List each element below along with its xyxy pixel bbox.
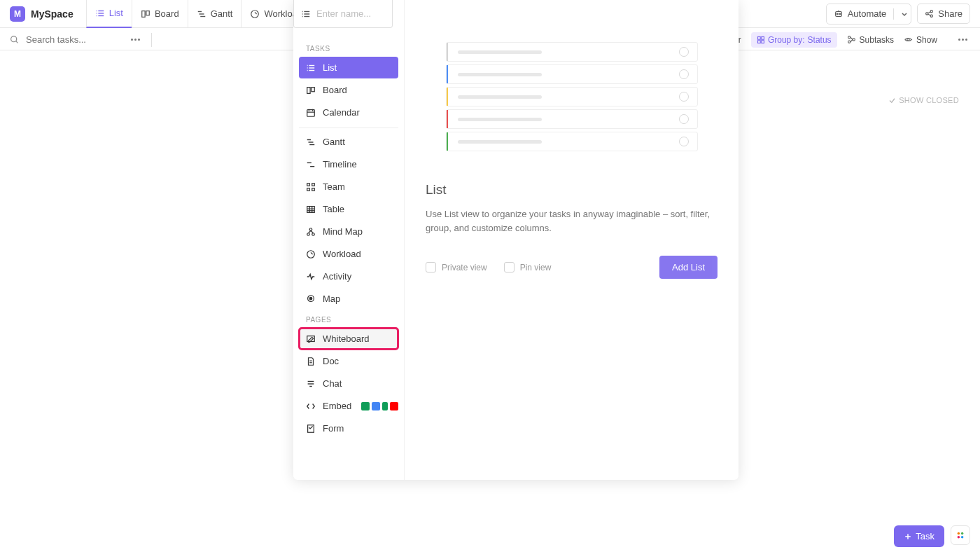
- board-icon: [306, 85, 316, 95]
- sidebar-item-timeline[interactable]: Timeline: [299, 153, 398, 175]
- add-list-button[interactable]: Add List: [659, 256, 718, 279]
- divider: [151, 33, 152, 47]
- tab-label: List: [109, 8, 123, 18]
- svg-point-82: [958, 536, 960, 539]
- svg-rect-26: [762, 40, 764, 43]
- pin-view-checkbox[interactable]: Pin view: [504, 262, 552, 272]
- preview-row: [446, 132, 698, 151]
- sidebar-item-list[interactable]: List: [299, 57, 398, 78]
- pin-label: Pin view: [520, 263, 552, 272]
- list-icon: [95, 8, 105, 18]
- sidebar-item-embed[interactable]: Embed: [299, 395, 398, 417]
- check-icon: [888, 97, 896, 104]
- sidebar-item-team[interactable]: Team: [299, 176, 398, 198]
- svg-rect-7: [146, 11, 149, 15]
- sidebar-item-label: Workload: [323, 249, 361, 259]
- task-fab-label: Task: [916, 531, 934, 541]
- view-tabs: List Board Gantt Workload: [86, 0, 311, 28]
- view-name-input[interactable]: [316, 8, 385, 19]
- automate-button[interactable]: Automate: [826, 4, 912, 25]
- sidebar-item-form[interactable]: Form: [299, 417, 398, 439]
- sidebar-item-calendar[interactable]: Calendar: [299, 102, 398, 123]
- sidebar-item-label: Table: [323, 204, 344, 214]
- svg-rect-58: [307, 206, 315, 212]
- show-button[interactable]: Show: [904, 35, 937, 45]
- tab-list[interactable]: List: [86, 0, 132, 28]
- chevron-down-icon[interactable]: [901, 11, 908, 18]
- embed-app-icons: [361, 402, 398, 410]
- name-input-bar: [293, 0, 393, 28]
- private-view-checkbox[interactable]: Private view: [426, 262, 487, 272]
- svg-point-80: [958, 532, 960, 535]
- filterbar-right: Filter Group by: Status Subtasks Show: [710, 32, 970, 48]
- group-by-button[interactable]: Group by: Status: [751, 32, 837, 48]
- divider: [893, 8, 894, 20]
- preview-row: [446, 109, 698, 129]
- search-more-button[interactable]: [128, 36, 143, 43]
- private-label: Private view: [442, 263, 487, 272]
- view-type-sidebar: TASKS List Board Calendar Gantt Timeline…: [293, 0, 405, 480]
- sidebar-item-gantt[interactable]: Gantt: [299, 131, 398, 153]
- sidebar-item-workload[interactable]: Workload: [299, 243, 398, 265]
- embed-icon: [306, 401, 316, 411]
- svg-point-13: [836, 13, 838, 15]
- doc-icon: [306, 357, 316, 366]
- sidebar-item-map[interactable]: Map: [299, 288, 398, 310]
- search-input[interactable]: [22, 34, 120, 45]
- svg-point-70: [309, 297, 312, 300]
- pages-section-header: PAGES: [299, 310, 398, 328]
- list-preview: [446, 35, 698, 161]
- share-button[interactable]: Share: [917, 4, 970, 24]
- checkbox-icon: [504, 262, 514, 272]
- new-task-fab[interactable]: Task: [894, 525, 944, 547]
- svg-point-29: [848, 41, 850, 43]
- sidebar-item-label: Team: [323, 181, 345, 192]
- gantt-icon: [197, 9, 206, 19]
- sidebar-item-label: Timeline: [323, 159, 357, 170]
- svg-rect-44: [312, 87, 314, 91]
- sidebar-item-label: Form: [323, 423, 344, 434]
- subtasks-button[interactable]: Subtasks: [847, 35, 894, 45]
- preview-row: [446, 87, 698, 106]
- apps-fab[interactable]: [951, 525, 970, 545]
- automate-icon: [834, 9, 844, 19]
- filterbar-more-button[interactable]: [955, 36, 970, 43]
- svg-rect-57: [312, 188, 315, 191]
- workload-icon: [250, 9, 260, 19]
- svg-rect-77: [308, 425, 314, 432]
- sidebar-item-chat[interactable]: Chat: [299, 373, 398, 394]
- space-badge[interactable]: M: [10, 6, 25, 22]
- share-icon: [925, 9, 934, 18]
- tab-gantt[interactable]: Gantt: [188, 0, 241, 28]
- gantt-icon: [306, 137, 316, 147]
- sidebar-item-label: Doc: [323, 356, 339, 366]
- space-name[interactable]: MySpace: [31, 8, 74, 20]
- sidebar-item-board[interactable]: Board: [299, 79, 398, 101]
- svg-rect-6: [142, 11, 145, 17]
- tasks-section-header: TASKS: [299, 39, 398, 57]
- svg-point-83: [961, 536, 964, 539]
- activity-icon: [306, 272, 316, 282]
- tab-board[interactable]: Board: [132, 0, 188, 28]
- subtasks-icon: [847, 35, 856, 44]
- sidebar-item-table[interactable]: Table: [299, 198, 398, 220]
- sidebar-item-mindmap[interactable]: Mind Map: [299, 221, 398, 242]
- preview-title: List: [426, 182, 718, 198]
- team-icon: [306, 182, 316, 192]
- svg-rect-23: [757, 36, 760, 39]
- svg-point-81: [961, 532, 964, 535]
- svg-point-30: [907, 39, 909, 41]
- svg-line-22: [16, 41, 18, 43]
- checkbox-icon: [426, 262, 436, 272]
- workload-icon: [306, 249, 316, 259]
- sidebar-item-whiteboard[interactable]: Whiteboard: [299, 328, 398, 350]
- show-closed-toggle[interactable]: SHOW CLOSED: [888, 96, 959, 104]
- sidebar-item-activity[interactable]: Activity: [299, 265, 398, 287]
- search-wrap[interactable]: [10, 34, 120, 45]
- svg-point-11: [251, 10, 259, 18]
- board-icon: [141, 9, 150, 19]
- svg-point-63: [309, 228, 312, 230]
- svg-point-27: [848, 36, 850, 39]
- sidebar-item-label: Board: [323, 85, 347, 95]
- sidebar-item-doc[interactable]: Doc: [299, 350, 398, 372]
